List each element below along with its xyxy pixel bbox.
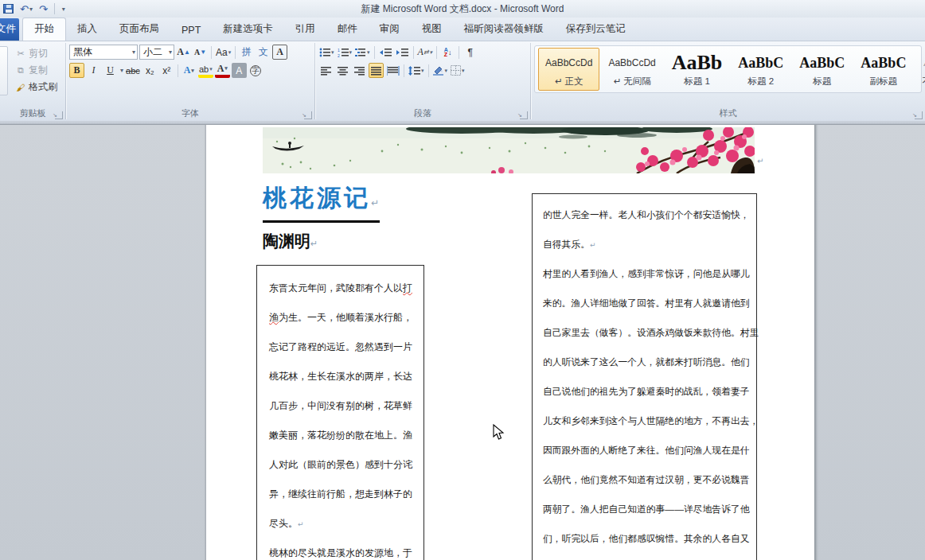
- change-case-button[interactable]: Aa▾: [215, 45, 232, 60]
- styles-dialog-launcher[interactable]: [915, 111, 923, 119]
- text-line[interactable]: 尽头。↵: [269, 509, 416, 539]
- tab-插入[interactable]: 插入: [66, 18, 108, 41]
- undo-dropdown-icon[interactable]: ▾: [29, 6, 33, 13]
- sort-button[interactable]: AZ↓: [440, 45, 455, 60]
- numbering-button[interactable]: 12▾: [337, 45, 353, 60]
- tab-审阅[interactable]: 审阅: [369, 18, 411, 41]
- shrink-font-button[interactable]: A▼: [193, 45, 208, 60]
- tab-视图[interactable]: 视图: [411, 18, 453, 41]
- justify-icon: [371, 66, 382, 76]
- text-line[interactable]: 村里的人看到渔人，感到非常惊讶，问他是从哪儿: [543, 259, 751, 289]
- increase-indent-button[interactable]: [395, 45, 410, 60]
- decrease-indent-button[interactable]: [378, 45, 393, 60]
- shading-button[interactable]: ▾: [432, 63, 449, 78]
- paragraph-dialog-launcher[interactable]: [520, 111, 528, 119]
- align-left-button[interactable]: [318, 63, 334, 78]
- text-line[interactable]: 的世人完全一样。老人和小孩们个个都安适愉快，: [543, 200, 751, 230]
- left-text-column[interactable]: 东晋太元年间，武陵郡有个人以打渔为生。一天，他顺着溪水行船，忘记了路程的远近。忽…: [256, 265, 424, 560]
- character-shading-button[interactable]: A: [232, 63, 247, 78]
- paste-button[interactable]: [0, 46, 8, 95]
- document-author[interactable]: 陶渊明↵: [263, 231, 318, 252]
- text-line[interactable]: 的人听说来了这么一个人，就都来打听消息。他们: [543, 348, 751, 377]
- document-page[interactable]: ↵ 桃花源记↵ 陶渊明↵ 东晋太元年间，武陵郡有个人以打渔为生。一天，他顺着溪水…: [206, 125, 814, 560]
- text-line[interactable]: 儿女和乡邻来到这个与人世隔绝的地方，不再出去，: [543, 406, 751, 436]
- document-heading[interactable]: 桃花源记↵: [263, 182, 379, 215]
- font-dialog-launcher[interactable]: [304, 111, 312, 119]
- redo-button[interactable]: ↷: [37, 2, 49, 16]
- save-button[interactable]: [2, 2, 15, 16]
- asian-layout-button[interactable]: A⇄▾: [417, 45, 434, 60]
- multilevel-list-button[interactable]: ▾: [354, 45, 371, 60]
- tab-开始[interactable]: 开始: [22, 18, 66, 41]
- align-right-button[interactable]: [352, 63, 367, 78]
- tab-页面布局[interactable]: 页面布局: [108, 18, 170, 41]
- character-border-button[interactable]: A: [272, 45, 287, 60]
- font-color-button[interactable]: A▾: [215, 63, 230, 78]
- text-line[interactable]: 自己家里去（做客）。设酒杀鸡做饭来款待他。村里: [543, 318, 751, 348]
- copy-button[interactable]: ⧉复制: [13, 63, 62, 78]
- line-spacing-button[interactable]: ▾: [408, 63, 425, 78]
- text-line[interactable]: 把渔人请到自己家中，都拿出酒饭来款待他。渔人: [543, 554, 751, 560]
- wide-narrow-button[interactable]: 文: [256, 45, 271, 60]
- style-item[interactable]: AaBb标题 1: [665, 48, 730, 91]
- right-text-column[interactable]: 的世人完全一样。老人和小孩们个个都安适愉快，自得其乐。↵村里的人看到渔人，感到非…: [532, 193, 757, 560]
- text-line[interactable]: 因而跟外面的人断绝了来往。他们问渔人现在是什: [543, 436, 751, 465]
- text-line[interactable]: 自得其乐。↵: [543, 230, 751, 259]
- phonetic-guide-button[interactable]: 拼: [239, 45, 254, 60]
- undo-button[interactable]: ↶▾: [18, 2, 34, 16]
- text-line[interactable]: 嫩美丽，落花纷纷的散在地上。渔: [269, 421, 416, 450]
- text-line[interactable]: 几百步，中间没有别的树，花草鲜: [269, 391, 416, 421]
- italic-button[interactable]: I: [86, 63, 101, 78]
- text-line[interactable]: 人对此（眼前的景色）感到十分诧: [269, 450, 416, 480]
- text-line[interactable]: 来的。渔人详细地做了回答。村里有人就邀请他到: [543, 289, 751, 318]
- strikethrough-button[interactable]: abc: [125, 63, 141, 78]
- text-line[interactable]: 渔为生。一天，他顺着溪水行船，: [269, 303, 416, 332]
- style-item[interactable]: AaBbCcDd↵ 无间隔: [601, 48, 662, 91]
- text-line[interactable]: 忘记了路程的远近。忽然遇到一片: [269, 332, 416, 362]
- tab-邮件[interactable]: 邮件: [326, 18, 369, 41]
- enclose-characters-button[interactable]: 字: [248, 63, 263, 78]
- text-line[interactable]: 们，听完以后，他们都感叹惋惜。其余的人各自又: [543, 524, 751, 554]
- grow-font-button[interactable]: A▲: [176, 45, 191, 60]
- title-bar: ↶▾ ↷ ▾ 新建 Microsoft Word 文档.docx - Micro…: [0, 0, 925, 18]
- style-item[interactable]: AaBbCcD不明显强调: [915, 48, 925, 91]
- subscript-button[interactable]: x₂: [142, 63, 158, 78]
- style-item[interactable]: AaBbC副标题: [853, 48, 913, 91]
- customize-qat-button[interactable]: ▾: [60, 2, 67, 16]
- tab-引用[interactable]: 引用: [284, 18, 326, 41]
- style-item[interactable]: AaBbC标题: [792, 48, 852, 91]
- decrease-indent-icon: [380, 48, 392, 57]
- format-painter-button[interactable]: 🖌格式刷: [13, 80, 62, 95]
- cut-button[interactable]: ✂剪切: [13, 46, 62, 61]
- show-pilcrow-button[interactable]: ¶: [463, 45, 478, 60]
- text-line[interactable]: 两朝了。渔人把自己知道的事——详尽地告诉了他: [543, 495, 751, 524]
- highlight-button[interactable]: ab▾: [198, 63, 213, 78]
- underline-button[interactable]: U: [103, 63, 118, 78]
- text-effects-button[interactable]: A▾: [181, 63, 197, 78]
- tab-file[interactable]: 文件: [0, 18, 19, 41]
- clipboard-dialog-launcher[interactable]: [55, 111, 63, 119]
- text-line[interactable]: 异，继续往前行船，想走到林子的: [269, 480, 416, 509]
- text-line[interactable]: 桃林的尽头就是溪水的发源地，于: [269, 539, 416, 560]
- distribute-button[interactable]: [385, 63, 400, 78]
- style-item[interactable]: AaBbCcDd↵ 正文: [538, 48, 599, 91]
- peach-blossom-banner-image[interactable]: [263, 127, 755, 173]
- font-size-combobox[interactable]: 小二▾: [139, 45, 174, 60]
- superscript-button[interactable]: x²: [159, 63, 174, 78]
- text-line[interactable]: 自己说他们的祖先为了躲避秦时的战乱，领着妻子: [543, 377, 751, 406]
- tab-福昕阅读器领鲜版[interactable]: 福昕阅读器领鲜版: [453, 18, 555, 41]
- tab-新建选项卡[interactable]: 新建选项卡: [212, 18, 284, 41]
- style-item[interactable]: AaBbC标题 2: [731, 48, 790, 91]
- tab-保存到云笔记[interactable]: 保存到云笔记: [555, 18, 637, 41]
- font-name-combobox[interactable]: 黑体▾: [69, 45, 138, 60]
- borders-button[interactable]: ▾: [450, 63, 466, 78]
- justify-button[interactable]: [369, 63, 384, 78]
- bold-button[interactable]: B: [69, 63, 84, 78]
- text-line[interactable]: 么朝代，他们竟然不知道有过汉朝，更不必说魏晋: [543, 465, 751, 495]
- bullets-button[interactable]: ▾: [318, 45, 335, 60]
- align-center-button[interactable]: [335, 63, 350, 78]
- text-line[interactable]: 东晋太元年间，武陵郡有个人以打: [269, 274, 416, 303]
- tab-PPT[interactable]: PPT: [170, 21, 212, 41]
- underline-dropdown-icon[interactable]: ▾: [120, 67, 123, 74]
- text-line[interactable]: 桃花林，生长在溪水的两岸，长达: [269, 362, 416, 391]
